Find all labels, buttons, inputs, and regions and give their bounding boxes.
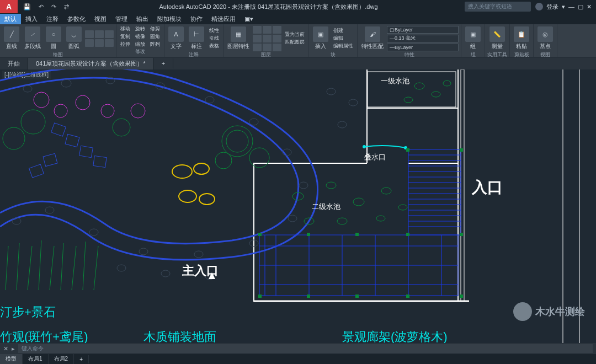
svg-point-28: [215, 152, 232, 169]
window-title: Autodesk AutoCAD 2020 - 未注册版 041屋顶花园景观设计…: [72, 3, 465, 11]
svg-point-46: [199, 194, 215, 205]
svg-point-5: [61, 79, 71, 87]
ribbon-tab-addins[interactable]: 附加模块: [153, 14, 186, 24]
ribbon-panel-props: 🖌特性匹配 ▢ ByLayer — 0.13 毫米 — ByLayer 特性: [358, 24, 461, 57]
modify-col3[interactable]: 修剪圆角阵列: [148, 25, 162, 48]
svg-point-12: [288, 215, 297, 222]
layer-props-button[interactable]: ▦图层特性: [226, 25, 251, 51]
status-bar: 模型 布局1 布局2 +: [0, 354, 596, 364]
file-tab-start[interactable]: 开始: [0, 58, 28, 69]
svg-rect-93: [355, 233, 359, 236]
svg-point-45: [179, 190, 196, 202]
polyline-button[interactable]: ⟋多段线: [23, 25, 42, 51]
label-stepping: 汀步+景石: [0, 304, 56, 320]
group-button[interactable]: ▣组: [464, 25, 482, 51]
ribbon-tab-insert[interactable]: 插入: [21, 14, 42, 24]
ribbon-tab-more-icon[interactable]: ▣▾: [240, 14, 258, 24]
svg-rect-89: [406, 233, 409, 236]
login-label: 登录: [546, 3, 558, 11]
ribbon-tab-default[interactable]: 默认: [0, 14, 21, 24]
ribbon-panel-view: ◎基点 视图: [534, 24, 557, 57]
minimize-icon[interactable]: —: [568, 3, 574, 10]
dim-button[interactable]: ⊢标注: [187, 25, 206, 51]
circle-button[interactable]: ○圆: [44, 25, 63, 51]
status-tab-layout2[interactable]: 布局2: [49, 354, 74, 364]
color-select[interactable]: ▢ ByLayer: [387, 26, 459, 34]
maximize-icon[interactable]: ▢: [578, 3, 583, 10]
svg-point-22: [117, 265, 126, 271]
ribbon-tab-output[interactable]: 输出: [132, 14, 153, 24]
draw-flyout[interactable]: [85, 30, 114, 47]
svg-line-104: [61, 243, 63, 290]
svg-rect-39: [79, 146, 93, 158]
svg-point-15: [139, 248, 148, 255]
match-props-button[interactable]: 🖌特性匹配: [360, 25, 385, 51]
svg-point-8: [205, 97, 214, 103]
ribbon-tab-view[interactable]: 视图: [90, 14, 111, 24]
modify-col1[interactable]: 移动复制拉伸: [119, 25, 132, 48]
qat-undo-icon[interactable]: ↶: [35, 2, 47, 12]
measure-button[interactable]: 📏测量: [488, 25, 507, 51]
ribbon-tab-manage[interactable]: 管理: [111, 14, 132, 24]
ribbon-panel-modify: 移动复制拉伸 旋转镜像缩放 修剪圆角阵列 修改: [116, 24, 164, 57]
layer-tools[interactable]: [253, 26, 281, 51]
label-pergola: 景观廊架(波萝格木): [342, 329, 448, 343]
lineweight-select[interactable]: — 0.13 毫米: [387, 35, 459, 42]
ribbon-tab-parametric[interactable]: 参数化: [63, 14, 90, 24]
svg-line-102: [39, 240, 41, 290]
arc-button[interactable]: ◡圆弧: [65, 25, 83, 51]
quick-access-toolbar: 💾 ↶ ↷ ⇄: [20, 2, 72, 12]
svg-point-4: [23, 85, 32, 92]
svg-rect-41: [43, 153, 57, 166]
property-selects: ▢ ByLayer — 0.13 毫米 — ByLayer: [387, 26, 459, 51]
text-button[interactable]: A文字: [167, 25, 185, 51]
svg-point-16: [89, 229, 98, 235]
status-tab-layout1[interactable]: 布局1: [23, 354, 49, 364]
svg-rect-42: [29, 164, 44, 178]
svg-rect-91: [258, 233, 262, 236]
svg-point-33: [54, 104, 67, 117]
qat-redo-icon[interactable]: ↷: [48, 2, 60, 12]
ribbon-tab-collab[interactable]: 协作: [186, 14, 207, 24]
cmdbar-close-icon[interactable]: ✕: [3, 345, 8, 352]
svg-point-9: [249, 119, 258, 125]
insert-block-button[interactable]: ▣插入: [311, 25, 330, 51]
svg-point-58: [398, 205, 407, 210]
paste-button[interactable]: 📋粘贴: [512, 25, 531, 51]
status-tab-add[interactable]: +: [74, 355, 89, 363]
watermark: 木水牛测绘: [513, 302, 585, 321]
svg-point-57: [376, 216, 385, 221]
linetype-select[interactable]: — ByLayer: [387, 44, 459, 51]
svg-point-27: [249, 148, 269, 168]
modify-col2[interactable]: 旋转镜像缩放: [134, 25, 147, 48]
svg-point-17: [45, 207, 54, 213]
drawing-canvas[interactable]: [-][俯视][二维线框]: [0, 69, 596, 343]
close-icon[interactable]: ✕: [587, 3, 592, 10]
status-tab-model[interactable]: 模型: [0, 354, 23, 364]
qat-share-icon[interactable]: ⇄: [61, 2, 72, 12]
svg-point-44: [194, 163, 209, 174]
search-input[interactable]: 搜入关键字或短语: [465, 2, 531, 12]
svg-point-26: [226, 130, 248, 152]
file-tab-drawing[interactable]: 041屋顶花园景观设计方案（含效果图）*: [28, 58, 154, 69]
app-logo[interactable]: A: [0, 0, 18, 13]
label-entrance: 入口: [472, 177, 503, 198]
ribbon-tab-annotate[interactable]: 注释: [42, 14, 63, 24]
annotate-col[interactable]: 线性引线表格: [207, 27, 221, 50]
svg-rect-96: [355, 295, 359, 298]
ribbon: ╱直线 ⟋多段线 ○圆 ◡圆弧 绘图 移动复制拉伸 旋转镜像缩放 修剪圆角阵列 …: [0, 24, 596, 57]
ribbon-tab-featured[interactable]: 精选应用: [207, 14, 240, 24]
qat-save-icon[interactable]: 💾: [20, 2, 34, 12]
svg-point-11: [299, 182, 308, 189]
login-area[interactable]: 登录 ▾ — ▢ ✕: [535, 3, 592, 11]
svg-point-19: [327, 88, 336, 95]
svg-point-21: [338, 121, 347, 128]
command-input[interactable]: 键入命令: [18, 344, 593, 353]
block-tools[interactable]: 创建编辑编辑属性: [332, 27, 355, 50]
layer-tools2[interactable]: 置为当前匹配图层: [283, 31, 306, 46]
line-button[interactable]: ╱直线: [2, 25, 21, 51]
svg-point-35: [101, 104, 114, 117]
basepoint-button[interactable]: ◎基点: [536, 25, 555, 51]
svg-rect-94: [258, 295, 262, 298]
file-tab-add[interactable]: +: [154, 58, 173, 68]
